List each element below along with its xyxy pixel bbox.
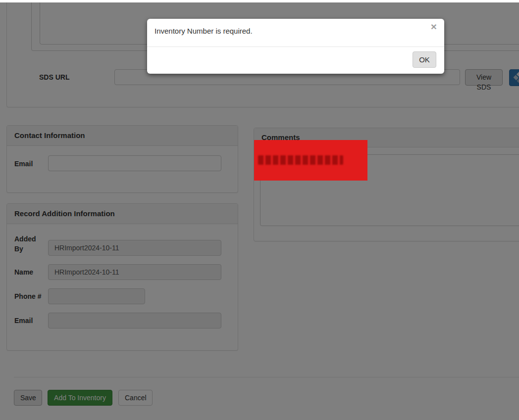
alert-modal: Inventory Number is required. × OK xyxy=(147,19,444,74)
alert-message: Inventory Number is required. xyxy=(155,27,253,35)
top-edge-strip xyxy=(0,0,519,2)
modal-divider xyxy=(147,47,444,47)
redacted-comment-text xyxy=(258,155,343,165)
redaction-box xyxy=(254,140,367,181)
close-icon[interactable]: × xyxy=(431,21,437,32)
ok-button[interactable]: OK xyxy=(413,51,436,68)
